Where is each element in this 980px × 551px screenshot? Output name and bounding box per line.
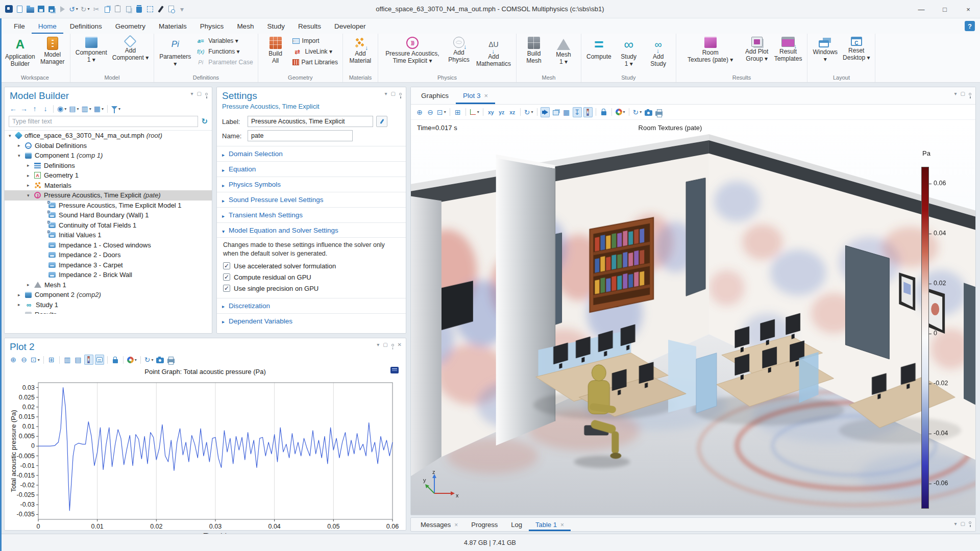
save-icon[interactable] [36,4,45,14]
toolbar-button[interactable] [107,356,108,364]
scene-frames-icon[interactable] [551,107,560,117]
help-button[interactable]: ? [965,21,975,31]
tree-item[interactable]: ▸ Study 1 [5,300,212,310]
redo-icon[interactable]: ↻ [80,4,90,14]
toolbar-button[interactable] [123,356,124,364]
forward-icon[interactable]: → [19,104,29,114]
tree-item[interactable]: ▸ Global Definitions [5,141,212,151]
x-grid-icon[interactable]: ▥ [63,355,72,365]
tree-item[interactable]: ▾ Component 1 (comp 1) [5,151,212,161]
study-1-button[interactable]: Study 1 ▾ [614,36,644,74]
annotations-icon[interactable] [95,355,104,365]
zoom-out-icon[interactable]: ⊖ [19,355,29,365]
color-theme-icon[interactable] [127,355,137,365]
tree-item[interactable]: ▸ Results [5,310,212,314]
menu-tab[interactable]: Study [260,18,291,34]
variables-button[interactable]: Variables ▾ [195,36,253,45]
panel-menu-icon[interactable]: ▾ [377,342,379,347]
color-legend-icon[interactable] [84,355,93,365]
preview-icon[interactable] [167,4,176,14]
zoom-out-icon[interactable]: ⊖ [426,107,435,117]
move-down-icon[interactable]: ↓ [41,104,50,114]
close-panel-icon[interactable]: ✕ [398,342,402,347]
add-component-button[interactable]: Add Component ▾ [110,36,151,74]
checkbox[interactable]: Use single precision on GPU [223,285,400,292]
toolbar-button[interactable] [465,108,466,116]
new-file-icon[interactable] [15,4,24,14]
undo-icon[interactable]: ↺ [68,4,79,14]
run-icon[interactable] [58,4,67,14]
menu-tab[interactable]: Results [291,18,328,34]
settings-section-header[interactable]: Discretization [217,298,406,313]
expander-icon[interactable]: ▸ [27,173,34,178]
toolbar-button[interactable] [611,108,612,116]
bottom-tab[interactable]: Progress [464,518,504,531]
toolbar-button[interactable] [596,108,596,116]
tree-item[interactable]: Sound Hard Boundary (Wall) 1 [5,210,212,220]
build-mesh-button[interactable]: Build Mesh [519,36,549,74]
cut-icon[interactable]: ✂ [92,4,101,14]
duplicate-icon[interactable] [124,4,133,14]
pin-panel-icon[interactable] [205,93,208,95]
menu-tab[interactable]: File [7,18,32,34]
float-panel-icon[interactable]: ▢ [961,521,965,527]
name-input[interactable] [248,130,353,141]
expander-icon[interactable]: ▸ [18,312,25,314]
checkbox[interactable]: Use accelerated solver formulation [223,262,400,270]
tree-item[interactable]: ▸ Geometry 1 [5,170,212,181]
menu-tab[interactable]: Home [32,18,63,34]
zoom-box-icon[interactable]: ⊡ [436,107,447,117]
zoom-in-icon[interactable]: ⊕ [9,355,18,365]
tree-item[interactable]: Impedance 3 - Carpet [5,260,212,270]
expander-icon[interactable]: ▾ [18,153,25,158]
lock-axes-icon[interactable] [111,355,120,365]
physics-interface-button[interactable]: Pressure Acoustics, Time Explicit ▾ [381,36,444,74]
tree-item[interactable]: Initial Values 1 [5,230,212,240]
grid-icon[interactable]: ▦ [562,107,571,117]
graphics-tab[interactable]: Plot 3 [456,87,495,104]
zoom-extents-icon[interactable]: ⊞ [47,355,56,365]
print-icon[interactable] [166,355,176,365]
room-textures-button[interactable]: Room Textures (pate) ▾ [679,36,742,74]
add-physics-button[interactable]: Add Physics [444,36,474,74]
build-all-button[interactable]: Build All [261,36,290,74]
menu-tab[interactable]: Materials [152,18,193,34]
pin-panel-icon[interactable] [969,93,971,95]
marker-icon[interactable] [156,4,165,14]
toolbar-options-icon[interactable]: ▾ [178,4,187,14]
lock-view-icon[interactable] [599,107,608,117]
settings-section-header[interactable]: Dependent Variables [217,313,406,329]
tree-item[interactable]: Impedance 1 - Closed windows [5,240,212,251]
bottom-tab[interactable]: Log [504,518,529,531]
minimize-button[interactable]: — [910,0,933,18]
tree-item[interactable]: Continuity of Total Fields 1 [5,220,212,231]
pin-panel-icon[interactable] [969,521,971,524]
expander-icon[interactable]: ▸ [18,302,25,307]
panel-menu-icon[interactable]: ▾ [191,91,193,96]
expander-icon[interactable]: ▸ [18,143,25,148]
refresh-icon[interactable]: ↻ [201,117,208,126]
toolbar-button[interactable] [107,105,108,113]
expander-icon[interactable]: ▸ [18,292,25,297]
float-panel-icon[interactable]: ▢ [197,91,202,96]
parameters-button[interactable]: Parameters ▾ [157,36,193,74]
toolbar-button[interactable] [43,356,44,364]
toolbar-button[interactable] [59,356,60,364]
tree-item[interactable]: Pressure Acoustics, Time Explicit Model … [5,201,212,211]
maximize-button[interactable]: □ [933,0,957,18]
save-as-icon[interactable] [47,4,56,14]
expander-icon[interactable]: ▸ [27,163,34,168]
part-libraries-button[interactable]: Part Libraries [292,58,338,67]
paste-icon[interactable] [113,4,122,14]
compute-button[interactable]: Compute [584,36,614,74]
toolbar-button[interactable] [53,105,54,113]
livelink-button[interactable]: LiveLink ▾ [292,47,338,56]
move-up-icon[interactable]: ↑ [30,104,39,114]
copy-icon[interactable] [103,4,112,14]
plot-2-chart-area[interactable]: Point Graph: Total acoustic pressure (Pa… [5,367,406,525]
add-mathematics-button[interactable]: Add Mathematics [474,36,513,74]
plot-properties-icon[interactable] [390,367,399,373]
settings-section-header[interactable]: Model Equation and Solver Settings [217,222,406,238]
graphics-tab[interactable]: Graphics [414,87,456,104]
reset-desktop-button[interactable]: Reset Desktop ▾ [840,36,872,74]
